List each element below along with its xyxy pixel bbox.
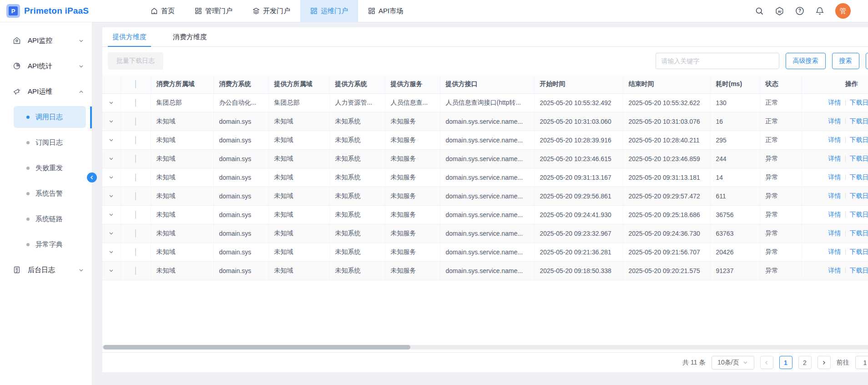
- topnav-item-api-market[interactable]: API市场: [358, 0, 413, 22]
- chevron-left-icon: [90, 175, 94, 180]
- expand-row-icon[interactable]: [108, 268, 115, 273]
- row-checkbox[interactable]: [135, 248, 136, 256]
- download-log-link[interactable]: 下载日志: [850, 99, 868, 106]
- next-page-button[interactable]: [818, 356, 831, 369]
- sidebar-item-api-stats[interactable]: API统计: [0, 53, 92, 79]
- expand-row-icon[interactable]: [108, 249, 115, 254]
- row-checkbox[interactable]: [135, 99, 136, 107]
- cell-end-time: 2025-05-20 09:24:36.730: [623, 224, 710, 243]
- cell-actions: 详情下载日志: [802, 112, 868, 131]
- detail-link[interactable]: 详情: [828, 211, 841, 218]
- cell-actions: 详情下载日志: [802, 205, 868, 224]
- sidebar-item-backend-logs[interactable]: 后台日志: [0, 257, 92, 283]
- row-checkbox[interactable]: [135, 117, 136, 126]
- expand-row-icon[interactable]: [108, 231, 115, 236]
- bullet-icon: [26, 192, 30, 195]
- cell-duration: 16: [710, 112, 760, 131]
- row-expander-cell: [102, 112, 121, 131]
- topnav-item-dev-portal[interactable]: 开发门户: [242, 0, 300, 22]
- cell-consumer-system: domain.sys: [213, 261, 268, 280]
- topnav-item-home[interactable]: 首页: [141, 0, 185, 22]
- sidebar-item-failure-resend[interactable]: 失败重发: [0, 155, 92, 181]
- cell-end-time: 2025-05-20 10:55:32.622: [623, 93, 710, 112]
- topnav-item-ops-portal[interactable]: 运维门户: [300, 0, 358, 22]
- col-provider-service: 提供方服务: [385, 75, 440, 93]
- prev-page-button[interactable]: [760, 356, 773, 369]
- download-log-link[interactable]: 下载日志: [850, 248, 868, 255]
- cell-provider-domain: 未知域: [268, 131, 329, 149]
- detail-link[interactable]: 详情: [828, 267, 841, 274]
- detail-link[interactable]: 详情: [828, 155, 841, 162]
- cell-duration: 63763: [710, 224, 760, 243]
- page-size-select[interactable]: 10条/页: [712, 356, 754, 370]
- page-button-1[interactable]: 1: [779, 356, 792, 369]
- cell-provider-api: domain.sys.service.name...: [440, 149, 534, 168]
- download-log-link[interactable]: 下载日志: [850, 136, 868, 143]
- download-log-link[interactable]: 下载日志: [850, 192, 868, 199]
- topnav-item-admin-portal[interactable]: 管理门户: [185, 0, 242, 22]
- download-log-link[interactable]: 下载日志: [850, 155, 868, 162]
- keyword-search-input[interactable]: [656, 53, 779, 69]
- row-checkbox[interactable]: [135, 192, 136, 200]
- link-separator: [845, 249, 846, 255]
- sidebar-item-api-ops[interactable]: API运维: [0, 79, 92, 104]
- sidebar-item-subscribe-logs[interactable]: 订阅日志: [0, 130, 92, 155]
- page-size-value: 10条/页: [717, 359, 739, 367]
- expand-row-icon[interactable]: [108, 212, 115, 217]
- cell-actions: 详情下载日志: [802, 93, 868, 112]
- detail-link[interactable]: 详情: [828, 173, 841, 181]
- detail-link[interactable]: 详情: [828, 99, 841, 106]
- batch-download-button[interactable]: 批量下载日志: [108, 52, 163, 70]
- tab-provider-dimension[interactable]: 提供方维度: [108, 27, 151, 46]
- goto-page-input[interactable]: [855, 356, 868, 369]
- row-checkbox[interactable]: [135, 267, 136, 275]
- sidebar-item-exception-dict[interactable]: 异常字典: [0, 232, 92, 257]
- user-avatar[interactable]: 管: [835, 3, 851, 19]
- expand-row-icon[interactable]: [108, 100, 115, 105]
- sidebar-item-system-alerts[interactable]: 系统告警: [0, 181, 92, 206]
- ai-assistant-icon[interactable]: AI: [775, 6, 784, 16]
- row-checkbox[interactable]: [135, 155, 136, 163]
- download-log-link[interactable]: 下载日志: [850, 173, 868, 181]
- table-area: 消费方所属域 消费方系统 提供方所属域 提供方系统 提供方服务 提供方接口 开始…: [102, 75, 868, 352]
- expand-row-icon[interactable]: [108, 137, 115, 142]
- help-icon[interactable]: ?: [795, 6, 804, 15]
- sidebar-collapse-button[interactable]: [87, 172, 97, 182]
- cell-provider-system: 未知系统: [329, 131, 385, 149]
- cell-consumer-system: domain.sys: [213, 243, 268, 261]
- expand-row-icon[interactable]: [108, 175, 115, 180]
- row-checkbox[interactable]: [135, 229, 136, 238]
- advanced-search-button[interactable]: 高级搜索: [786, 53, 826, 69]
- search-button[interactable]: 搜索: [832, 53, 859, 69]
- download-log-link[interactable]: 下载日志: [850, 267, 868, 274]
- cell-duration: 20426: [710, 243, 760, 261]
- row-checkbox[interactable]: [135, 173, 136, 182]
- scrollbar-thumb[interactable]: [103, 345, 410, 350]
- expand-row-icon[interactable]: [108, 119, 115, 124]
- detail-link[interactable]: 详情: [828, 248, 841, 255]
- bell-icon[interactable]: [815, 6, 824, 15]
- select-all-checkbox[interactable]: [135, 80, 136, 88]
- expand-row-icon[interactable]: [108, 156, 115, 161]
- sidebar-item-call-logs[interactable]: 调用日志: [0, 104, 92, 130]
- expand-row-icon[interactable]: [108, 193, 115, 198]
- row-checkbox[interactable]: [135, 211, 136, 219]
- detail-link[interactable]: 详情: [828, 136, 841, 143]
- download-log-link[interactable]: 下载日志: [850, 211, 868, 218]
- tab-consumer-dimension[interactable]: 消费方维度: [168, 27, 212, 46]
- download-log-link[interactable]: 下载日志: [850, 117, 868, 125]
- table-row: 未知域 domain.sys 未知域 未知系统 未知服务 domain.sys.…: [102, 149, 868, 168]
- detail-link[interactable]: 详情: [828, 117, 841, 125]
- detail-link[interactable]: 详情: [828, 229, 841, 237]
- search-icon[interactable]: [755, 7, 764, 15]
- clear-button[interactable]: 清空: [866, 53, 868, 69]
- download-log-link[interactable]: 下载日志: [850, 229, 868, 237]
- active-item-indicator: [90, 106, 92, 128]
- page-button-2[interactable]: 2: [798, 356, 812, 369]
- detail-link[interactable]: 详情: [828, 192, 841, 199]
- row-checkbox[interactable]: [135, 136, 136, 144]
- sidebar-item-api-monitor[interactable]: API监控: [0, 28, 92, 53]
- cell-status: 正常: [760, 112, 802, 131]
- sidebar-item-system-links[interactable]: 系统链路: [0, 206, 92, 232]
- cell-provider-api: domain.sys.service.name...: [440, 243, 534, 261]
